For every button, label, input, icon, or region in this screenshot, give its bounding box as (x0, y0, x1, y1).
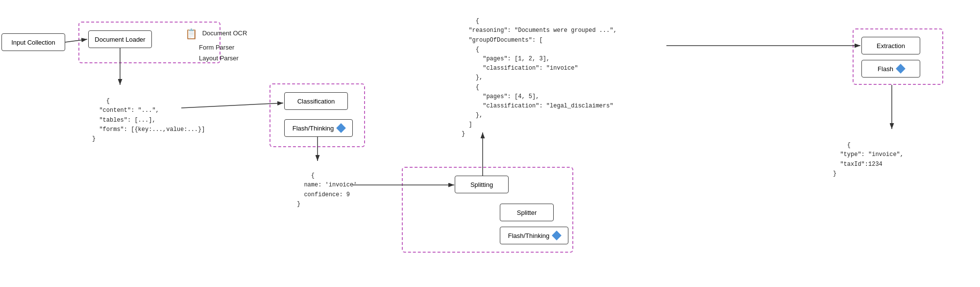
code-after-classification-text: { name: 'invoice' confidence: 9 } (297, 172, 357, 208)
document-loader-box: Document Loader (88, 30, 152, 48)
code-after-extraction: { "type": "invoice", "taxId":1234 } (833, 131, 904, 188)
ocr-label-3: Layout Parser (199, 54, 239, 62)
splitting-box: Splitting (455, 176, 509, 193)
code-after-splitting: { "reasoning": "Documents were grouped .… (462, 7, 617, 149)
ocr-label-1: Document OCR (202, 29, 247, 37)
splitting-label: Splitting (470, 181, 493, 188)
extraction-label: Extraction (877, 42, 905, 50)
code-after-loader: { "content": "...", "tables": [...], "fo… (92, 87, 205, 153)
input-collection-box: Input Collection (1, 33, 65, 51)
diamond-icon-1 (336, 123, 346, 133)
splitter-box: Splitter (500, 204, 554, 221)
diamond-icon-3 (896, 64, 906, 74)
diamond-icon-2 (552, 231, 562, 240)
code-after-splitting-text: { "reasoning": "Documents were grouped .… (462, 18, 617, 137)
code-after-loader-text: { "content": "...", "tables": [...], "fo… (92, 98, 205, 142)
code-after-extraction-text: { "type": "invoice", "taxId":1234 } (833, 142, 904, 177)
document-loader-label: Document Loader (95, 36, 145, 43)
flash-thinking-2-label: Flash/Thinking (508, 232, 550, 239)
code-after-classification: { name: 'invoice' confidence: 9 } (297, 162, 357, 218)
splitter-label: Splitter (517, 209, 537, 216)
flash-thinking-1-label: Flash/Thinking (293, 125, 334, 132)
classification-label: Classification (297, 98, 335, 105)
flash-thinking-2-box: Flash/Thinking (500, 227, 568, 244)
flash-2-label: Flash (878, 65, 893, 73)
doc-icon: 📋 (185, 28, 197, 39)
input-collection-label: Input Collection (11, 39, 55, 46)
flash-2-box: Flash (861, 60, 920, 78)
classification-box: Classification (284, 92, 348, 110)
ocr-label-2: Form Parser (199, 44, 234, 51)
flash-thinking-1-box: Flash/Thinking (284, 119, 353, 137)
extraction-box: Extraction (861, 37, 920, 54)
ocr-labels: 📋 Document OCR Form Parser Layout Parser (185, 26, 247, 64)
